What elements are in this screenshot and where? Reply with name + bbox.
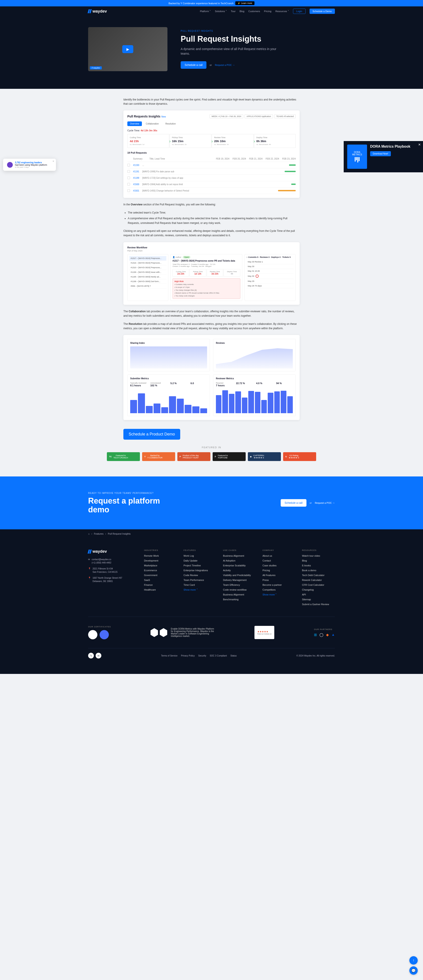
footer-link[interactable]: Tech Debt Calculator — [302, 574, 335, 576]
contact-phone[interactable]: (+1) (650) 449-4492 — [92, 561, 111, 565]
tab-collaboration[interactable]: Collaboration — [143, 121, 162, 126]
home-icon[interactable]: ⌂ — [88, 533, 90, 535]
microsoft-icon[interactable]: ⊞ — [314, 633, 317, 637]
nav-blog[interactable]: Blog — [240, 10, 244, 13]
close-icon[interactable]: ✕ — [418, 143, 421, 146]
footer-link[interactable]: Development — [144, 559, 177, 562]
footer-link[interactable]: SaaS — [144, 579, 177, 581]
nav-solutions[interactable]: Solutions ˅ — [215, 10, 227, 13]
legal-link[interactable]: Security — [198, 654, 206, 657]
video-thumbnail[interactable]: ▶ // waydev — [88, 27, 167, 71]
g2-reviews-badge[interactable]: ★★★★★Read our reviews on — [254, 626, 274, 639]
table-row[interactable]: #1501[WAYD-1455] Change behavior of Sele… — [127, 188, 296, 194]
table-row[interactable]: #1193... — [127, 162, 296, 169]
footer-link[interactable]: All Features — [262, 574, 296, 576]
legal-link[interactable]: SOC 3 Compliant — [210, 654, 227, 657]
footer-link[interactable]: Contact — [262, 559, 296, 562]
footer-link[interactable]: Blog — [302, 559, 335, 562]
footer-link[interactable]: Team Performance — [183, 579, 216, 581]
badge-capterra[interactable]: ◆CAPTERRA★★★★★ 5 — [248, 452, 281, 461]
footer-link[interactable]: Marketplace — [144, 564, 177, 567]
footer-link[interactable]: Daily Update — [183, 559, 216, 562]
login-button[interactable]: Login — [293, 9, 305, 14]
github-icon[interactable]: ◯ — [320, 633, 323, 637]
contact-email[interactable]: contact@waydev.co — [92, 558, 111, 561]
tab-overview[interactable]: Overview — [127, 121, 142, 126]
nav-resources[interactable]: Resources ˅ — [275, 10, 289, 13]
footer-link[interactable]: Book a demo — [302, 569, 335, 572]
footer-link[interactable]: Submit a Gartner Review — [302, 603, 335, 606]
legal-link[interactable]: Status — [231, 654, 237, 657]
request-poc-link[interactable]: Request a POC → — [215, 64, 235, 66]
play-icon[interactable]: ▶ — [122, 45, 133, 53]
page-title: Pull Request Insights — [181, 34, 335, 44]
footer-link[interactable]: Code Review — [183, 574, 216, 576]
footer-link[interactable]: Case studies — [262, 564, 296, 567]
footer-logo[interactable]: waydev — [88, 549, 137, 554]
table-row[interactable]: #1189[WAYD-1723] Get settings by class o… — [127, 175, 296, 181]
nav-platform[interactable]: Platform ˅ — [200, 10, 211, 13]
footer-link[interactable]: API — [302, 593, 335, 596]
schedule-product-demo-button[interactable]: Schedule a Product Demo — [123, 429, 180, 440]
footer-link[interactable]: Benchmarking — [223, 598, 256, 601]
footer-link[interactable]: Business Alignment — [223, 554, 256, 557]
footer-link[interactable]: Government — [144, 574, 177, 576]
badge-techcrunch[interactable]: TCFeatured inTECH CRUNCH — [107, 452, 140, 461]
badge-producthunt[interactable]: PProduct of the dayPRODUCT HUNT — [177, 452, 210, 461]
footer-link[interactable]: Become a partner — [262, 584, 296, 586]
badge-yc[interactable]: YBacked byY COMBINATOR — [142, 452, 175, 461]
logo[interactable]: waydev — [88, 9, 107, 14]
show-more-link[interactable]: Show more ˅ — [262, 593, 296, 596]
schedule-demo-button[interactable]: Schedule a Demo — [310, 9, 335, 14]
nav-pricing[interactable]: Pricing — [264, 10, 272, 13]
footer-link[interactable]: Pricing — [262, 569, 296, 572]
close-icon[interactable]: ✕ — [52, 160, 54, 162]
nav-customers[interactable]: Customers — [248, 10, 260, 13]
legal-link[interactable]: Terms of Service — [161, 654, 177, 657]
footer-link[interactable]: Enterprise Scalability — [223, 564, 256, 567]
collab-paragraph: The Collaboration tab provides an overvi… — [123, 309, 300, 318]
footer-link[interactable]: Activity — [223, 569, 256, 572]
footer-link[interactable]: Sitemap — [302, 598, 335, 601]
atlassian-icon[interactable]: ▲ — [331, 633, 335, 637]
footer-link[interactable]: Press — [262, 579, 296, 581]
footer-link[interactable]: Work Log — [183, 554, 216, 557]
gitlab-icon[interactable]: ◆ — [326, 633, 329, 637]
show-more-link[interactable]: Show more ˅ — [183, 589, 216, 591]
footer-link[interactable]: Delivery Management — [223, 579, 256, 581]
footer-link[interactable]: Team Efficiency — [223, 584, 256, 586]
footer-link[interactable]: Visibility and Predictability — [223, 574, 256, 576]
cta-poc-link[interactable]: Request a POC → — [315, 501, 335, 504]
footer-link[interactable]: Business Alignment — [223, 593, 256, 596]
badge-fortune[interactable]: FFeatured inFORTUNE — [213, 452, 246, 461]
table-row[interactable]: #1191[WAYD-1999] Fix date parse sub — [127, 169, 296, 175]
schedule-call-button[interactable]: Schedule a call — [181, 61, 207, 69]
linkedin-icon[interactable]: in — [95, 653, 101, 659]
legal-link[interactable]: Privacy Policy — [181, 654, 195, 657]
footer-link[interactable]: Finance — [144, 584, 177, 586]
footer-link[interactable]: E-books — [302, 564, 335, 567]
footer-link[interactable]: Project Timeline — [183, 564, 216, 567]
footer-link[interactable]: About us — [262, 554, 296, 557]
learn-more-button[interactable]: ⚡ Learn more — [235, 1, 254, 5]
footer-link[interactable]: Ecommerce — [144, 569, 177, 572]
download-button[interactable]: Download Now! — [370, 151, 391, 156]
table-row[interactable]: #1500[WAYD-1984] Add ability to set repo… — [127, 181, 296, 188]
footer-link[interactable]: Enterprise Integrations — [183, 569, 216, 572]
footer-link[interactable]: Watch tour video — [302, 554, 335, 557]
footer-link[interactable]: Competitors — [262, 589, 296, 591]
footer-link[interactable]: Rework Calculator — [302, 579, 335, 581]
tab-resolution[interactable]: Resolution — [163, 121, 178, 126]
cta-schedule-button[interactable]: Schedule a call — [281, 499, 307, 507]
twitter-icon[interactable]: 𝕏 — [88, 653, 94, 659]
footer-link[interactable]: CFR Cost Calculator — [302, 584, 335, 586]
badge-g2[interactable]: GG2 Rating★★★★★ 5 — [283, 452, 316, 461]
footer-link[interactable]: Code review workflow — [223, 589, 256, 591]
nav-tour[interactable]: Tour — [231, 10, 235, 13]
footer-link[interactable]: Changelog — [302, 589, 335, 591]
footer-link[interactable]: Time Card — [183, 584, 216, 586]
footer-link[interactable]: AI Adoption — [223, 559, 256, 562]
breadcrumb-features[interactable]: Features — [94, 533, 103, 535]
footer-link[interactable]: Remote Work — [144, 554, 177, 557]
footer-link[interactable]: Healthcare — [144, 589, 177, 591]
